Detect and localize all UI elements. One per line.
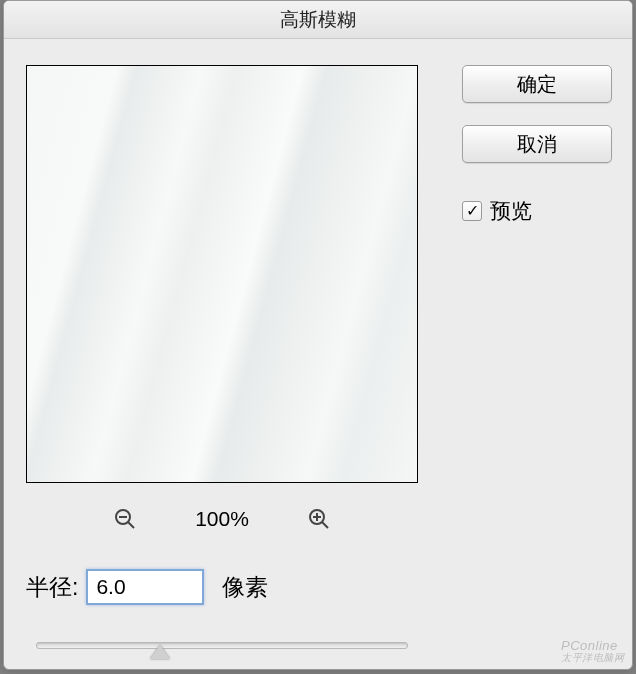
watermark-sub: 太平洋电脑网	[561, 651, 624, 665]
radius-label: 半径:	[26, 572, 78, 603]
radius-input[interactable]	[86, 569, 204, 605]
preview-checkbox-row: ✓ 预览	[462, 197, 612, 225]
check-icon: ✓	[466, 203, 479, 219]
gaussian-blur-dialog: 高斯模糊 100% 半径:	[3, 0, 633, 670]
right-panel: 确定 取消 ✓ 预览	[462, 65, 612, 225]
preview-image[interactable]	[26, 65, 418, 483]
radius-unit: 像素	[222, 572, 268, 603]
zoom-controls: 100%	[26, 499, 418, 539]
zoom-level-text: 100%	[195, 507, 249, 531]
slider-thumb[interactable]	[150, 645, 170, 659]
zoom-in-icon	[307, 507, 331, 531]
zoom-out-icon	[113, 507, 137, 531]
watermark-main: PConline	[561, 638, 618, 653]
dialog-title: 高斯模糊	[4, 1, 632, 39]
svg-line-4	[322, 522, 328, 528]
dialog-content: 100% 半径: 像素 确定 取消 ✓	[4, 39, 632, 669]
svg-line-1	[128, 522, 134, 528]
radius-slider[interactable]	[26, 639, 418, 667]
zoom-in-button[interactable]	[303, 503, 335, 535]
watermark: PConline 太平洋电脑网	[561, 638, 624, 665]
preview-checkbox-label: 预览	[490, 197, 532, 225]
cancel-button[interactable]: 取消	[462, 125, 612, 163]
ok-button[interactable]: 确定	[462, 65, 612, 103]
zoom-out-button[interactable]	[109, 503, 141, 535]
radius-row: 半径: 像素	[26, 569, 268, 605]
preview-checkbox[interactable]: ✓	[462, 201, 482, 221]
slider-track	[36, 642, 408, 649]
